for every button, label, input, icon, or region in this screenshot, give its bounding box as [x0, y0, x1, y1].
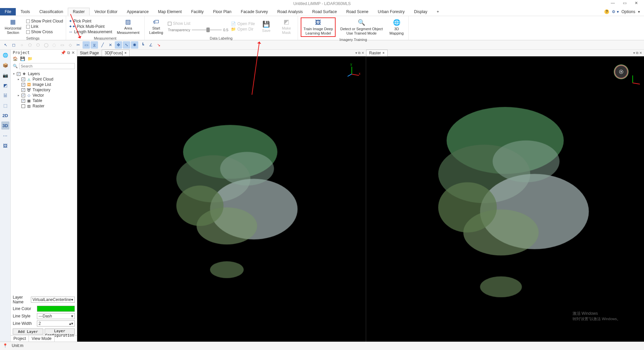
tool-dashcircle-icon[interactable]: ◌ [50, 41, 58, 49]
maximize-icon[interactable]: ▭ [621, 0, 629, 6]
tool-pentagon-icon[interactable]: ⬠ [26, 41, 34, 49]
panel-save-icon[interactable]: 💾 [20, 56, 26, 62]
tool-crop-icon[interactable]: ✂ [75, 41, 82, 49]
length-measurement-button[interactable]: ↔Length Measurement [69, 30, 112, 34]
panel-home-icon[interactable]: 🏠 [13, 56, 18, 62]
menu-road-scene[interactable]: Road Scene [342, 8, 373, 15]
sb-globe-icon[interactable]: 🌐 [1, 51, 9, 59]
tool-poly-icon[interactable]: ⬡ [34, 41, 42, 49]
open-dir-button[interactable]: 📁Open Dir [231, 27, 255, 32]
minimize-icon[interactable]: — [609, 0, 617, 6]
viewer-dock-right[interactable]: ▾ ⧉ ✕ [631, 51, 644, 55]
tab-3d-focus[interactable]: 3D[Focus]× [102, 50, 130, 56]
menu-raster[interactable]: Raster [68, 8, 90, 15]
menu-floor-plan[interactable]: Floor Plan [208, 8, 236, 15]
save-button[interactable]: 💾 Save [257, 20, 275, 34]
tool-axis-icon[interactable]: ┗ [139, 41, 146, 49]
pick-point-button[interactable]: ✦Pick Point [69, 19, 112, 23]
line-width-field[interactable]: 2▴▾ [37, 320, 75, 327]
sb-cube-icon[interactable]: ◩ [1, 81, 9, 89]
panel-folder-icon[interactable]: 📁 [28, 56, 33, 62]
open-file-button[interactable]: 📄Open File [231, 21, 255, 26]
layer-vector[interactable]: Vector [33, 93, 44, 98]
add-layer-button[interactable]: Add Layer [13, 329, 43, 335]
area-measurement-button[interactable]: ▨ Area Measurement [115, 17, 141, 36]
menu-file[interactable]: File [0, 8, 16, 15]
layer-config-button[interactable]: Layer Configuration [45, 329, 75, 335]
sb-dots-icon[interactable]: ⋯ [1, 132, 9, 140]
collapse-ribbon-icon[interactable]: ▾ [638, 9, 640, 14]
panel-dock-icon[interactable]: ⧉ [67, 50, 70, 55]
show-cross-check[interactable]: Show Cross [26, 30, 63, 34]
panel-pin-icon[interactable]: 📌 [61, 50, 66, 55]
close-icon[interactable]: ✕ [633, 0, 640, 6]
tool-cross-icon[interactable]: ✕ [107, 41, 114, 49]
layer-table[interactable]: Table [33, 98, 42, 103]
layer-pointcloud[interactable]: Point Cloud [33, 77, 53, 82]
tool-square-icon[interactable]: ◻ [10, 41, 17, 49]
tool-line-icon[interactable]: ╱ [99, 41, 106, 49]
menu-display[interactable]: Display [409, 8, 432, 15]
sb-image-icon[interactable]: 🖼 [1, 142, 9, 150]
settings-gear-icon[interactable]: ⚙ ▾ [612, 9, 618, 14]
layer-trajectory[interactable]: Trajectory [33, 88, 50, 92]
tool-ellipse-icon[interactable]: ◯ [42, 41, 50, 49]
sb-layers-icon[interactable]: ☱ [1, 91, 9, 99]
help-icon[interactable]: ? [604, 9, 609, 14]
menu-road-analysis[interactable]: Road Analysis [273, 8, 307, 15]
options-link[interactable]: Options [622, 9, 635, 14]
tool-hourglass-icon[interactable]: ⧖ [91, 41, 98, 49]
panel-tab-viewmode[interactable]: View Mode [29, 336, 54, 342]
tool-vector-icon[interactable]: ↘ [155, 41, 162, 49]
tool-dashpoly-icon[interactable]: ◇ [66, 41, 74, 49]
layers-root[interactable]: Layers [28, 71, 40, 76]
panel-tab-project[interactable]: Project [11, 336, 29, 342]
search-input[interactable] [19, 63, 75, 69]
menu-vector-editor[interactable]: Vector Editor [90, 8, 122, 15]
menu-classification[interactable]: Classification [35, 8, 68, 15]
tool-expand-icon[interactable]: ⤡ [123, 41, 130, 49]
show-list-check[interactable]: Show List [168, 21, 228, 26]
panel-close-icon[interactable]: ✕ [71, 50, 75, 55]
tool-angle-icon[interactable]: ∠ [147, 41, 154, 49]
sb-2d-icon[interactable]: 2D [1, 111, 9, 119]
horizontal-section-button[interactable]: ▦ Horizontal Section [3, 17, 23, 36]
3d-mapping-button[interactable]: 🌐 3D Mapping [388, 18, 406, 36]
start-labeling-button[interactable]: 🏷 Start Labeling [147, 17, 165, 36]
menu-facility[interactable]: Facility [187, 8, 208, 15]
tab-raster[interactable]: Raster× [366, 50, 388, 56]
orbit-gizmo-icon[interactable]: ⦿ [614, 64, 629, 79]
sb-3dcube-icon[interactable]: ⬚ [1, 101, 9, 109]
make-mask-button[interactable]: ◩ Make Mask [278, 17, 295, 36]
tool-rect-selected-icon[interactable]: ▭ [83, 41, 90, 49]
show-point-cloud-check[interactable]: Show Point Cloud [26, 19, 63, 23]
menu-road-surface[interactable]: Road Surface [307, 8, 341, 15]
viewport-3d[interactable]: y x [77, 56, 366, 342]
sb-box-icon[interactable]: 📦 [1, 61, 9, 69]
menu-tools[interactable]: Tools [16, 8, 35, 15]
tool-select-icon[interactable]: ↖ [2, 41, 9, 49]
layer-name-field[interactable]: VirtualLaneCenterline▾ [31, 297, 75, 303]
line-color-field[interactable] [37, 306, 75, 312]
menu-urban-forestry[interactable]: Urban Forestry [373, 8, 409, 15]
menu-plus[interactable]: + [432, 8, 444, 15]
viewport-raster[interactable]: ⦿ 激活 Windows 转到"设置"以激活 Windows。 [366, 56, 644, 342]
layer-raster[interactable]: Raster [33, 104, 44, 108]
sb-camera-icon[interactable]: 📷 [1, 71, 9, 79]
detect-segment-button[interactable]: 🔍 Detect or Segment Object Use Trained M… [338, 18, 385, 36]
tool-burst-icon[interactable]: ✺ [131, 41, 138, 49]
tab-start-page[interactable]: Start Page [77, 50, 102, 56]
transparency-slider[interactable] [192, 29, 222, 31]
menu-appearance[interactable]: Appearance [122, 8, 153, 15]
train-image-button[interactable]: 🖼 Train Image Deep Learning Model [301, 17, 336, 37]
link-check[interactable]: Link [26, 24, 63, 29]
layer-imagelist[interactable]: Image List [33, 82, 51, 87]
tool-dashrect-icon[interactable]: ▭ [58, 41, 66, 49]
status-pin-icon[interactable]: 📍 [3, 343, 8, 348]
line-style-field[interactable]: ---Dash▾ [37, 313, 75, 319]
tool-move-icon[interactable]: ✥ [115, 41, 122, 49]
menu-facade-survey[interactable]: Facade Survey [236, 8, 273, 15]
sb-3d-icon[interactable]: 3D [1, 121, 9, 130]
tool-circle-icon[interactable]: ○ [18, 41, 26, 49]
menu-map-element[interactable]: Map Element [153, 8, 187, 15]
